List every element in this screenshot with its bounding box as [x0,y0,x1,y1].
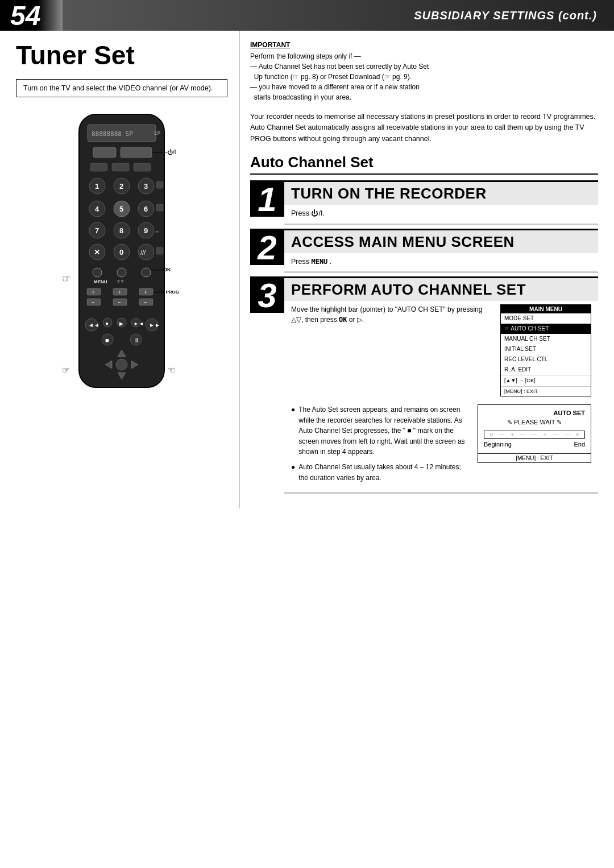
svg-text:◄◄: ◄◄ [88,322,99,328]
menu-row-manual-ch-set: MANUAL CH SET [501,334,591,344]
beginning-end-labels: Beginning End [484,441,585,448]
important-label: IMPORTANT [250,41,598,49]
remote-illustration: 88888888 SP EP ⏻/I 1 2 3 [16,109,227,404]
bullet-dot-1: ● [291,404,295,457]
auto-set-menu-exit: [MENU] : EXIT [478,453,591,462]
step-3: 3 PERFORM AUTO CHANNEL SET Move the high… [250,276,598,494]
svg-text:3: 3 [144,182,148,191]
svg-point-41 [117,268,126,277]
svg-text:≈: ≈ [155,229,159,235]
step-3-inner: Move the highlight bar (pointer) to "AUT… [284,301,598,401]
svg-text:4: 4 [95,205,99,213]
bottom-section: ● The Auto Set screen appears, and remai… [284,401,598,492]
step-1-content: TURN ON THE RECORDER Press ⏻/I. [284,180,598,225]
bullet-1-text: The Auto Set screen appears, and remains… [298,404,470,457]
menu-row-auto-ch-set: ☞ AUTO CH SET [501,324,591,334]
svg-text:7: 7 [95,226,99,235]
menu-row-initial-set: INITIAL SET [501,344,591,354]
important-text: Perform the following steps only if — — … [250,51,598,102]
right-column: IMPORTANT Perform the following steps on… [239,31,614,509]
step-2-number: 2 [250,229,284,265]
auto-set-box: AUTO SET ✎ PLEASE WAIT ✎ 0—+——+——+ [478,404,591,463]
step-2-title: ACCESS MAIN MENU SCREEN [284,230,598,253]
step-2-instruction: Press MENU . [284,253,598,272]
svg-rect-24 [156,204,163,211]
step-3-content: PERFORM AUTO CHANNEL SET Move the highli… [284,276,598,494]
svg-text:●: ● [105,320,109,326]
menu-screen-title: MAIN MENU [501,305,591,313]
svg-text:8: 8 [119,226,123,235]
bullet-2-text: Auto Channel Set usually takes about 4 –… [298,462,470,483]
step-2-container: 2 ACCESS MAIN MENU SCREEN Press MENU . [250,229,598,274]
page-header: 54 SUBSIDIARY SETTINGS (cont.) [0,0,614,31]
svg-text:−: − [118,299,121,305]
svg-text:JVC: JVC [109,386,131,399]
svg-point-43 [142,268,151,277]
svg-rect-8 [90,163,107,171]
menu-screen-mockup: MAIN MENU MODE SET ☞ AUTO CH SET MANUAL … [500,304,591,396]
svg-rect-4 [93,147,116,158]
left-column: Tuner Set Turn on the TV and select the … [0,31,239,509]
remote-svg: 88888888 SP EP ⏻/I 1 2 3 [62,109,181,404]
svg-text:5: 5 [119,205,123,213]
step-1-container: 1 TURN ON THE RECORDER Press ⏻/I. [250,180,598,225]
bullet-2: ● Auto Channel Set usually takes about 4… [291,462,470,483]
menu-arrow-row: [▲▼] → [OK] [501,375,591,386]
step-2: 2 ACCESS MAIN MENU SCREEN Press MENU . [250,229,598,274]
menu-row-ra-edit: R. A. EDIT [501,365,591,375]
svg-text:▶: ▶ [119,321,123,326]
bullet-dot-2: ● [291,462,295,483]
svg-text:88888888 SP: 88888888 SP [92,130,133,138]
body-text: Your recorder needs to memorise all nece… [250,111,598,144]
bottom-left: ● The Auto Set screen appears, and remai… [291,404,470,487]
step-1-number: 1 [250,180,284,217]
bullet-1: ● The Auto Set screen appears, and remai… [291,404,470,457]
svg-text:///: /// [140,249,146,256]
svg-rect-17 [156,181,163,188]
svg-text:TV PROG: TV PROG [159,290,179,295]
svg-text:☞: ☞ [168,365,176,375]
svg-text:⏻/I: ⏻/I [167,149,176,155]
section-title: Tuner Set [16,41,227,70]
svg-text:−: − [92,299,95,305]
beginning-label: Beginning [484,441,512,448]
svg-text:? ?: ? ? [117,279,124,284]
svg-text:6: 6 [144,205,148,213]
step-2-content: ACCESS MAIN MENU SCREEN Press MENU . [284,229,598,274]
svg-text:■: ■ [105,337,109,344]
auto-set-mockup-container: AUTO SET ✎ PLEASE WAIT ✎ 0—+——+——+ [478,404,591,463]
svg-text:✕: ✕ [94,248,100,257]
progress-bar: 0—+——+——+ [484,431,585,439]
svg-text:EP: EP [154,130,160,136]
menu-row-rec-level: REC LEVEL CTL [501,354,591,365]
svg-rect-9 [112,163,129,171]
important-box: IMPORTANT Perform the following steps on… [250,41,598,102]
svg-rect-5 [121,147,152,158]
auto-set-inner: AUTO SET ✎ PLEASE WAIT ✎ 0—+——+——+ [478,405,591,452]
step-3-container: 3 PERFORM AUTO CHANNEL SET Move the high… [250,276,598,494]
auto-channel-heading: Auto Channel Set [250,154,598,175]
svg-text:☞: ☞ [62,365,70,375]
svg-text:MENU: MENU [94,279,107,284]
step-3-text: Move the highlight bar (pointer) to "AUT… [291,304,495,325]
svg-text:+: + [144,289,147,295]
svg-text:►◄: ►◄ [134,321,144,326]
svg-text:2: 2 [119,182,123,191]
svg-text:−: − [144,299,147,305]
svg-text:9: 9 [144,226,148,235]
svg-text:☞: ☞ [62,273,71,284]
page-number: 54 [0,0,63,31]
svg-rect-38 [156,247,163,254]
svg-point-78 [116,359,127,370]
chapter-title: SUBSIDIARY SETTINGS (cont.) [63,0,614,31]
step-1-title: TURN ON THE RECORDER [284,182,598,205]
svg-text:⏸: ⏸ [134,337,140,344]
svg-text:0: 0 [119,248,123,257]
menu-row-mode-set: MODE SET [501,313,591,324]
step-1-instruction: Press ⏻/I. [284,205,598,224]
step-3-title: PERFORM AUTO CHANNEL SET [284,278,598,301]
menu-exit-row: [MENU] : EXIT [501,386,591,396]
svg-point-39 [93,268,102,277]
auto-set-please-wait: ✎ PLEASE WAIT ✎ [484,419,585,426]
svg-text:OK: OK [163,267,171,272]
